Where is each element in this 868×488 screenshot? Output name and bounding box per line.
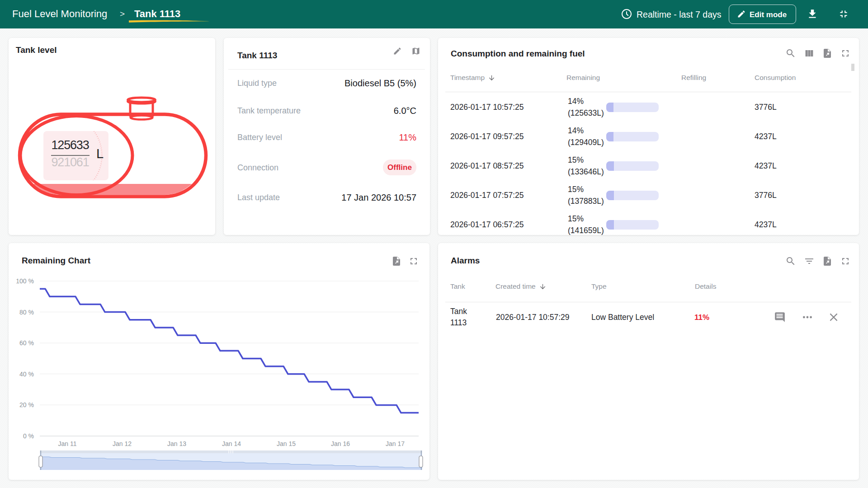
svg-text:Jan 15: Jan 15 — [277, 440, 296, 447]
svg-text:Jan 11: Jan 11 — [58, 440, 77, 447]
svg-text:80 %: 80 % — [19, 309, 34, 316]
svg-text:40 %: 40 % — [19, 371, 34, 378]
svg-text:60 %: 60 % — [19, 339, 34, 347]
svg-text:Jan 13: Jan 13 — [167, 440, 186, 447]
svg-text:Jan 12: Jan 12 — [113, 440, 132, 447]
svg-text:Jan 17: Jan 17 — [386, 440, 405, 447]
svg-text:0 %: 0 % — [23, 432, 34, 440]
svg-text:Jan 14: Jan 14 — [222, 440, 241, 447]
svg-text:20 %: 20 % — [19, 401, 34, 408]
svg-text:Jan 16: Jan 16 — [331, 440, 350, 447]
svg-text:100 %: 100 % — [16, 277, 34, 285]
